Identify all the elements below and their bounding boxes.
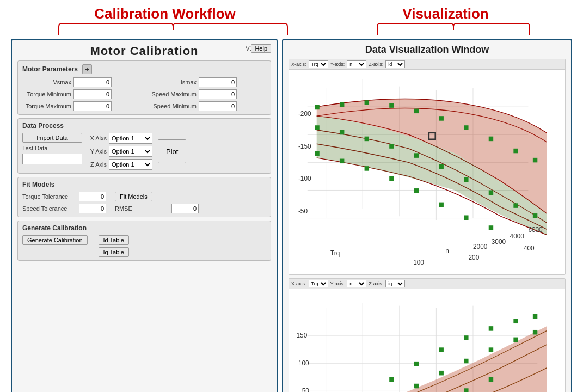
chart2-x-label: X-axis: (291, 281, 306, 286)
calibration-workflow-label: Calibration Workflow (94, 5, 236, 22)
chart1-y-label: Y-axis: (330, 62, 345, 67)
torque-max-input[interactable] (73, 101, 112, 111)
chart2-box: X-axis: Trq Y-axis: n Z-axis: iq (289, 278, 566, 392)
svg-rect-33 (365, 166, 369, 171)
rmse-label: RMSE (115, 205, 169, 212)
torque-tolerance-input[interactable] (79, 192, 106, 201)
test-data-label: Test Data (22, 145, 82, 151)
svg-text:Trq: Trq (330, 249, 340, 257)
speed-max-label: Speed Maximum (148, 91, 197, 97)
calibration-panel: Motor Calibration V1.0 Help Motor Parame… (11, 39, 278, 392)
svg-text:50: 50 (302, 387, 310, 392)
torque-tolerance-row: Torque Tolerance (22, 192, 106, 201)
vsmax-row: Vsmax (22, 77, 141, 87)
torque-min-row: Torque Minimum (22, 89, 141, 99)
svg-rect-81 (489, 347, 493, 352)
svg-rect-82 (513, 337, 518, 342)
svg-rect-23 (365, 137, 369, 142)
svg-rect-36 (439, 203, 443, 207)
speed-max-input[interactable] (199, 89, 237, 99)
chart1-svg: -50 -100 -150 -200 400 200 100 Trq 6000 … (289, 70, 565, 274)
svg-rect-32 (340, 159, 344, 164)
chart1-x-label: X-axis: (291, 62, 306, 67)
visualization-brace (366, 22, 541, 38)
data-process-header: Data Process (22, 122, 64, 130)
svg-text:2000: 2000 (473, 243, 488, 250)
z-axis-select[interactable]: Option 1 (109, 159, 152, 170)
data-process-section: Data Process Import Data Test Data X Aix… (17, 118, 271, 174)
chart2-z-select[interactable]: iq (385, 280, 405, 287)
svg-rect-34 (389, 176, 394, 181)
svg-rect-15 (414, 109, 419, 114)
test-data-input[interactable] (22, 154, 82, 164)
svg-rect-14 (389, 103, 394, 108)
chart1-x-select[interactable]: Trq (309, 60, 328, 68)
svg-rect-69 (439, 347, 443, 352)
svg-rect-18 (489, 137, 493, 142)
motor-params-header: Motor Parameters (22, 65, 78, 73)
motor-params-plus-btn[interactable]: + (82, 64, 92, 74)
svg-text:100: 100 (413, 259, 424, 266)
svg-text:4000: 4000 (510, 232, 525, 240)
svg-rect-29 (513, 203, 518, 208)
fit-models-header: Fit Models (22, 181, 54, 188)
svg-text:6000: 6000 (528, 226, 543, 234)
ismax-label: Ismax (148, 79, 197, 85)
generate-calibration-section: Generate Calibration Generate Calibratio… (17, 220, 271, 261)
chart1-z-label: Z-axis: (369, 62, 383, 67)
svg-rect-20 (533, 158, 537, 163)
chart1-z-select[interactable]: id (385, 60, 405, 68)
svg-rect-12 (340, 102, 344, 107)
svg-rect-35 (414, 188, 419, 193)
help-button[interactable]: Help (251, 44, 271, 53)
speed-tolerance-input[interactable] (79, 204, 106, 213)
chart2-x-select[interactable]: Trq (309, 280, 328, 287)
vis-panel-title: Data Visualization Window (289, 44, 566, 56)
chart2-svg: 150 100 50 0 400 300 200 Trq 6000 4000 3… (289, 289, 565, 392)
x-axis-select[interactable]: Option 1 (109, 133, 152, 144)
torque-min-input[interactable] (73, 89, 112, 99)
svg-rect-27 (464, 177, 468, 182)
svg-text:n: n (445, 247, 449, 255)
svg-rect-38 (489, 225, 493, 230)
chart2-z-label: Z-axis: (369, 281, 383, 286)
import-data-button[interactable]: Import Data (22, 133, 82, 143)
svg-rect-31 (315, 151, 319, 156)
svg-rect-90 (464, 388, 468, 392)
speed-min-input[interactable] (199, 101, 237, 111)
svg-rect-80 (464, 359, 468, 364)
svg-text:-200: -200 (298, 110, 311, 118)
visualization-panel: Data Visualization Window X-axis: Trq Y-… (282, 39, 572, 392)
svg-rect-78 (414, 384, 419, 389)
rmse-row: RMSE (115, 204, 199, 213)
svg-rect-19 (513, 149, 518, 154)
motor-parameters-section: Motor Parameters + Vsmax Ismax To (17, 60, 271, 115)
iq-table-button[interactable]: Iq Table (99, 247, 129, 257)
torque-tolerance-label: Torque Tolerance (22, 193, 77, 200)
plot-button[interactable]: Plot (158, 139, 186, 163)
chart2-y-label: Y-axis: (330, 281, 345, 286)
svg-rect-25 (414, 153, 419, 158)
fit-models-button[interactable]: Fit Models (115, 192, 152, 201)
y-axis-select[interactable]: Option 1 (109, 146, 152, 157)
svg-text:3000: 3000 (492, 238, 506, 246)
ismax-input[interactable] (199, 77, 237, 87)
svg-text:150: 150 (297, 331, 308, 339)
z-axis-label: Z Axis (88, 161, 107, 168)
svg-rect-30 (533, 213, 537, 218)
chart2-y-select[interactable]: n (347, 280, 366, 287)
calibration-brace (42, 22, 304, 38)
id-table-button[interactable]: Id Table (99, 235, 129, 245)
generate-calibration-button[interactable]: Generate Calibration (22, 235, 88, 245)
speed-tolerance-row: Speed Tolerance (22, 204, 106, 213)
svg-rect-70 (464, 335, 468, 340)
y-axis-row: Y Axis Option 1 (88, 146, 152, 157)
svg-text:400: 400 (524, 244, 535, 252)
svg-text:-50: -50 (298, 207, 308, 215)
y-axis-label: Y Axis (88, 148, 107, 155)
rmse-input[interactable] (171, 204, 199, 213)
speed-min-row: Speed Minimum (148, 101, 266, 111)
vsmax-input[interactable] (73, 77, 112, 87)
chart1-y-select[interactable]: n (347, 60, 366, 68)
svg-text:100: 100 (298, 359, 309, 366)
